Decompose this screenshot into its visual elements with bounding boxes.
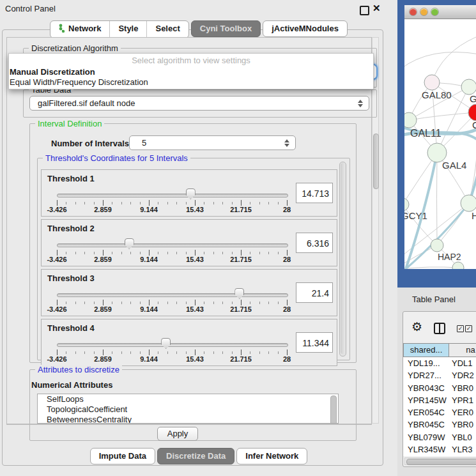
checkbox-icon[interactable]: ✓ (457, 325, 464, 332)
network-node-ga[interactable] (461, 79, 476, 95)
num-intervals-label: Number of Intervals (51, 139, 129, 148)
numerical-attributes-list[interactable]: SelfLoopsTopologicalCoefficientBetweenne… (37, 394, 339, 424)
thresholds-scrollbar[interactable] (339, 162, 346, 357)
threshold-label: Threshold 3 (47, 273, 95, 283)
close-window-icon[interactable] (410, 8, 417, 15)
table-row[interactable]: YLR345W YLR3 (403, 443, 476, 456)
threshold-value-box[interactable]: 14.713 (296, 183, 333, 203)
network-node-gal11[interactable] (404, 112, 417, 128)
attribute-item[interactable]: BetweennessCentrality (38, 415, 338, 424)
tab-cyni-toolbox[interactable]: Cyni Toolbox (191, 20, 261, 37)
threshold-panels: Threshold 1 -3.4262.8599.14415.4321.7152… (41, 169, 339, 369)
slider-track[interactable] (57, 243, 288, 247)
table-row[interactable]: YBR045C YBR0 (403, 418, 476, 431)
network-node-h[interactable] (461, 195, 476, 211)
table-row[interactable]: YDR27... YDR2 (403, 369, 476, 381)
num-intervals-combo[interactable]: 5 (129, 135, 296, 150)
column-header-shared-name[interactable]: shared... (403, 343, 449, 357)
threshold-panel: Threshold 4 -3.4262.8599.14415.4321.7152… (41, 319, 337, 366)
network-edge[interactable] (404, 267, 458, 269)
zoom-window-icon[interactable] (431, 8, 438, 15)
float-window-icon[interactable] (360, 6, 369, 15)
slider-thumb[interactable] (186, 188, 196, 199)
cyni-bottom-tab-bar: Impute Data Discretize Data Infer Networ… (0, 448, 397, 464)
tab-jactivemnodules[interactable]: jActiveMNodules (263, 20, 348, 37)
scrollbar-thumb[interactable] (341, 163, 345, 354)
threshold-panel: Threshold 3 -3.4262.8599.14415.4321.7152… (41, 269, 337, 316)
close-icon[interactable]: ✕ (372, 3, 381, 14)
threshold-panel: Threshold 1 -3.4262.8599.14415.4321.7152… (41, 169, 337, 217)
threshold-label: Threshold 4 (47, 323, 95, 333)
slider-ticklabels: -3.4262.8599.14415.4321.71528 (57, 305, 287, 313)
threshold-label: Threshold 2 (47, 224, 95, 233)
slider-track[interactable] (57, 293, 288, 297)
combo-spinner-icon (358, 100, 363, 107)
interval-definition-label: Interval Definition (35, 119, 104, 128)
network-edge[interactable] (409, 112, 476, 120)
node-label: GAL11 (410, 128, 441, 139)
checkbox-icon[interactable]: ✓ (465, 325, 472, 332)
network-node-c[interactable] (468, 104, 476, 121)
table-row[interactable]: YBL079W YBL0 (403, 431, 476, 443)
table-row[interactable]: YDL19... YDL1 (403, 357, 476, 369)
tab-discretize-data[interactable]: Discretize Data (157, 448, 234, 464)
node-label: C (472, 119, 476, 130)
table-rows[interactable]: YDL19... YDL1 YDR27... YDR2 YBR043C YBR0… (403, 357, 476, 456)
table-header-row: shared... na (403, 343, 476, 357)
slider-track[interactable] (57, 343, 288, 347)
network-edge[interactable] (404, 52, 476, 69)
attribute-item[interactable]: SelfLoops (38, 394, 338, 404)
network-canvas[interactable]: GAL80GACGAL11GAL4GCY1HHAP2 (404, 19, 476, 269)
node-label: GA (470, 93, 476, 104)
split-columns-icon[interactable] (434, 323, 445, 334)
tab-infer-network[interactable]: Infer Network (236, 448, 307, 464)
table-row[interactable]: YIL052C YIL0 (403, 456, 476, 456)
network-window[interactable]: GAL80GACGAL11GAL4GCY1HHAP2 (397, 0, 476, 288)
network-node-hap2[interactable] (431, 239, 443, 252)
combo-spinner-icon (284, 139, 289, 147)
tab-impute-data[interactable]: Impute Data (90, 448, 155, 464)
table-data-combo[interactable]: galFiltered.sif default node (29, 96, 369, 111)
network-edge[interactable] (437, 153, 438, 245)
tab-network[interactable]: Network (50, 21, 109, 38)
list-scrollbar[interactable] (330, 395, 337, 424)
scrollbar-thumb[interactable] (373, 134, 379, 189)
threshold-value-box[interactable]: 6.316 (296, 233, 333, 253)
table-row[interactable]: YBR043C YBR0 (403, 382, 476, 394)
minimize-window-icon[interactable] (420, 8, 427, 15)
gear-icon[interactable]: ⚙ (411, 321, 422, 333)
network-edge[interactable] (432, 37, 476, 82)
node-label: GAL80 (422, 89, 452, 100)
slider-thumb[interactable] (125, 238, 134, 249)
apply-button[interactable]: Apply (157, 427, 198, 441)
table-row[interactable]: YER054C YER0 (403, 406, 476, 418)
threshold-value-box[interactable]: 11.344 (296, 332, 333, 353)
column-header-name[interactable]: na (449, 343, 476, 357)
slider-ticks (57, 200, 287, 206)
threshold-value-box[interactable]: 21.4 (296, 282, 333, 303)
option-manual-discretization[interactable]: Manual Discretization (10, 67, 95, 77)
table-horizontal-scrollbar[interactable] (404, 457, 476, 465)
scrollbar-thumb[interactable] (406, 459, 476, 465)
slider-track[interactable] (57, 194, 288, 197)
attribute-item[interactable]: TopologicalCoefficient (38, 404, 338, 415)
table-row[interactable]: YPR145W YPR1 (403, 394, 476, 406)
node-label: H (472, 210, 476, 221)
network-node-gcy1[interactable] (404, 198, 409, 211)
attributes-group-label: Attributes to discretize (35, 365, 122, 374)
tab-style[interactable]: Style (109, 21, 146, 38)
tab-select[interactable]: Select (146, 21, 188, 38)
threshold-label: Threshold 1 (47, 174, 95, 183)
network-node-gal80[interactable] (424, 75, 440, 90)
slider-ticklabels: -3.4262.8599.14415.4321.71528 (57, 355, 287, 363)
thresholds-group-label: Threshold's Coordinates for 5 Intervals (43, 153, 190, 163)
slider-thumb[interactable] (234, 288, 244, 299)
slider-ticklabels: -3.4262.8599.14415.4321.71528 (57, 256, 287, 263)
option-equal-width-frequency[interactable]: Equal Width/Frequency Discretization (10, 77, 148, 87)
slider-ticks (57, 349, 287, 355)
table-panel-section: Table Panel ⚙ ✓ ✓ shared... na YDL19... … (397, 288, 476, 476)
table-panel-title: Table Panel (412, 295, 456, 304)
algorithm-placeholder: Select algorithm to view settings (9, 56, 373, 65)
slider-thumb[interactable] (161, 338, 171, 349)
slider-ticks (57, 250, 287, 256)
